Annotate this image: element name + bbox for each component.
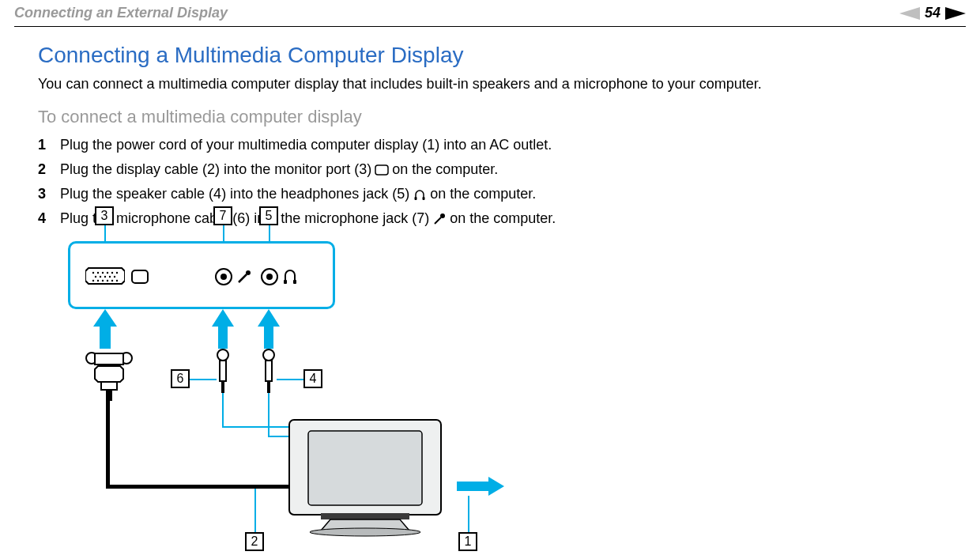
step-text: Plug the power cord of your multimedia c… [60,137,552,153]
leader-line [190,379,217,380]
diagram-callout-1: 1 [458,532,477,551]
power-arrow-icon [457,477,504,499]
audio-plug-icon [217,349,229,395]
diagram-callout-2: 2 [245,532,264,551]
svg-point-39 [310,528,420,536]
vga-plug-icon [85,352,133,401]
svg-marker-0 [899,7,920,20]
diagram-callout-6: 6 [171,369,190,388]
headphones-icon [413,189,427,200]
cable-line [106,399,110,486]
svg-point-16 [109,276,111,278]
monitor-symbol-icon [131,270,149,284]
microphone-jack-icon [215,268,232,285]
steps-list: 1 Plug the power cord of your multimedia… [38,137,942,227]
svg-point-10 [107,272,108,274]
svg-rect-2 [375,165,388,175]
svg-point-20 [102,280,104,281]
step-text: Plug the speaker cable (4) into the head… [60,186,536,202]
leader-line [104,225,106,241]
step-number: 1 [38,137,60,153]
svg-marker-30 [212,309,234,349]
page-title: Connecting a Multimedia Computer Display [38,43,942,68]
page-number: 54 [925,5,940,21]
svg-rect-3 [415,197,417,200]
diagram-callout-4: 4 [303,369,322,388]
section-subtitle: To connect a multimedia computer display [38,107,942,127]
diagram-callout-5: 5 [259,206,278,225]
arrow-up-icon [212,309,234,352]
leader-line [277,379,303,380]
step-item: 3 Plug the speaker cable (4) into the he… [38,186,942,202]
svg-rect-34 [95,353,123,364]
arrow-up-icon [258,309,280,352]
svg-point-7 [92,272,94,274]
step-item: 4 Plug the microphone cable (6) into the… [38,210,942,227]
svg-point-18 [92,280,94,281]
next-page-button[interactable] [945,7,966,20]
arrow-up-icon [93,309,117,352]
leader-line [269,225,270,241]
svg-point-19 [97,280,99,281]
prev-page-button[interactable] [899,7,920,20]
leader-line [254,489,256,533]
svg-point-21 [107,280,108,281]
svg-point-15 [104,276,106,278]
svg-rect-37 [308,431,422,505]
svg-point-23 [116,280,118,281]
svg-point-8 [97,272,99,274]
svg-marker-29 [93,309,117,349]
step-text: Plug the display cable (2) into the moni… [60,161,498,178]
cable-line [106,485,289,489]
step-item: 2 Plug the display cable (2) into the mo… [38,161,942,178]
step-item: 1 Plug the power cord of your multimedia… [38,137,942,153]
svg-point-9 [102,272,104,274]
svg-rect-27 [284,280,287,284]
svg-rect-35 [101,382,117,390]
cable-line [222,393,224,428]
svg-rect-24 [132,270,148,283]
headphone-symbol-icon [283,268,297,285]
svg-rect-4 [423,197,425,200]
step-number: 4 [38,210,60,227]
svg-marker-31 [258,309,280,349]
page-header: Connecting an External Display 54 [0,0,980,25]
diagram-callout-3: 3 [95,206,114,225]
svg-point-22 [111,280,113,281]
step-text: Plug the microphone cable (6) into the m… [60,210,556,227]
svg-point-11 [111,272,113,274]
breadcrumb: Connecting an External Display [14,5,228,21]
leader-line [468,496,469,532]
headphone-jack-icon [261,268,278,285]
microphone-icon [432,213,447,225]
cable-line [222,426,288,428]
microphone-symbol-icon [237,270,251,284]
svg-line-6 [435,217,441,224]
page-content: Connecting a Multimedia Computer Display… [0,27,980,557]
svg-marker-40 [457,477,504,496]
vga-port-icon [85,266,125,285]
intro-text: You can connect a multimedia computer di… [38,76,942,93]
monitor-illustration [286,412,444,537]
svg-line-26 [239,274,247,282]
step-number: 2 [38,161,60,178]
svg-rect-38 [321,513,409,519]
svg-marker-1 [945,7,966,20]
svg-point-13 [95,276,96,278]
audio-plug-icon [262,349,275,395]
cable-line [268,393,270,437]
connection-diagram: 3 7 5 [54,241,536,557]
diagram-callout-7: 7 [213,206,232,225]
monitor-icon [375,164,389,176]
leader-line [223,225,224,241]
svg-point-17 [114,276,115,278]
header-nav: 54 [899,5,966,21]
svg-rect-28 [293,280,296,284]
step-number: 3 [38,186,60,202]
svg-point-14 [100,276,101,278]
svg-point-12 [116,272,118,274]
